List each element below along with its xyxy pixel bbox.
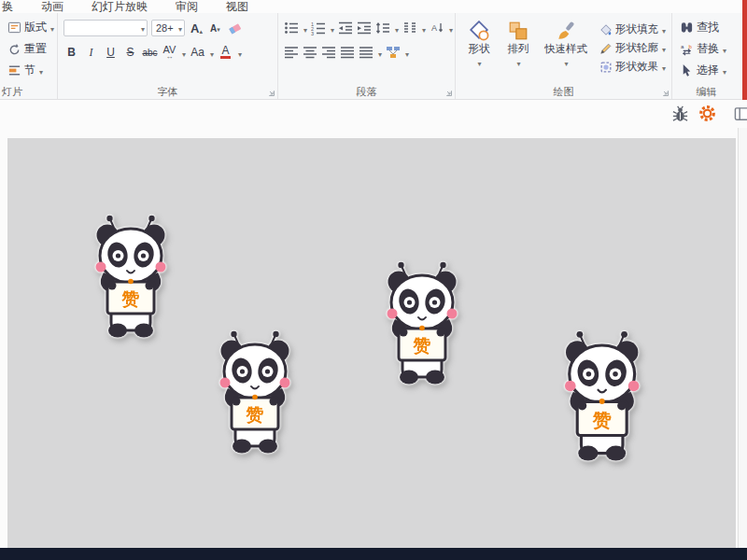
font-group: 28+ A A B I U S abc AV Aa A 字体 [58, 13, 278, 99]
font-color-swatch [220, 56, 231, 59]
chevron-down-icon [140, 22, 145, 34]
chevron-down-icon [209, 44, 214, 61]
font-color-glyph: A [222, 46, 230, 55]
debug-bug-icon[interactable] [671, 105, 689, 123]
select-button[interactable]: 选择 [678, 62, 737, 79]
chevron-down-icon [476, 57, 481, 68]
shape-fill-icon [599, 23, 613, 36]
replace-button[interactable]: 替换 [678, 40, 737, 58]
chevron-down-icon [448, 20, 453, 36]
find-button[interactable]: 查找 [678, 19, 737, 36]
panda-sticker[interactable]: 赞 [213, 329, 297, 457]
sign-text: 赞 [246, 405, 264, 425]
shapes-icon [469, 21, 489, 41]
panda-sticker[interactable]: 赞 [89, 213, 173, 342]
columns-button[interactable] [402, 21, 417, 35]
window-edge-accent [742, 0, 747, 100]
tab-animations[interactable]: 动画 [41, 0, 63, 13]
arrange-label: 排列 [508, 42, 529, 56]
ribbon: 版式 重置 节 灯片 28+ [0, 13, 747, 100]
quick-style-button[interactable]: 快速样式 [540, 19, 592, 74]
chevron-down-icon [49, 21, 54, 35]
arrange-icon [508, 21, 529, 41]
decrease-indent-button[interactable] [338, 21, 353, 35]
numbering-button[interactable] [311, 21, 326, 35]
select-label: 选择 [697, 63, 719, 78]
grow-font-button[interactable]: A [189, 21, 204, 35]
shape-fill-button[interactable]: 形状填充 [599, 22, 666, 36]
chevron-down-icon [38, 64, 43, 77]
chevron-down-icon [722, 64, 726, 77]
align-center-button[interactable] [303, 45, 317, 60]
panel-window-icon[interactable] [734, 105, 747, 123]
tab-view[interactable]: 视图 [226, 0, 248, 13]
shrink-font-glyph: A [210, 23, 217, 34]
chevron-down-icon [237, 44, 242, 61]
font-group-label: 字体 [58, 86, 277, 98]
strikethrough-button[interactable]: S [122, 46, 138, 59]
paragraph-group-label: 段落 [278, 86, 455, 98]
layout-button[interactable]: 版式 [6, 19, 53, 36]
shrink-font-button[interactable]: A [208, 23, 222, 34]
quick-style-icon [556, 21, 576, 41]
chevron-down-icon [515, 57, 520, 68]
chevron-down-icon [421, 20, 426, 36]
character-spacing-button[interactable]: AV [162, 45, 177, 60]
tab-review[interactable]: 审阅 [176, 0, 198, 13]
shape-effects-label: 形状效果 [615, 60, 658, 74]
panda-sticker[interactable]: 赞 [380, 259, 464, 388]
smartart-convert-button[interactable] [386, 45, 401, 60]
chevron-down-icon [404, 44, 409, 61]
reset-label: 重置 [24, 41, 47, 57]
panda-graphic: 赞 [213, 329, 297, 457]
layout-label: 版式 [24, 20, 47, 35]
vertical-scrollbar[interactable] [738, 128, 747, 548]
align-left-button[interactable] [284, 45, 299, 60]
shapes-button[interactable]: 形状 [461, 19, 497, 74]
italic-button[interactable]: I [83, 46, 99, 60]
section-button[interactable]: 节 [6, 62, 53, 79]
edit-group: 查找 替换 选择 编辑 [672, 13, 740, 99]
bullets-button[interactable] [284, 21, 299, 35]
justify-button[interactable] [340, 45, 355, 60]
underline-button[interactable]: U [103, 46, 119, 59]
drawing-dialog-launcher[interactable] [661, 89, 669, 97]
tab-slideshow[interactable]: 幻灯片放映 [92, 0, 148, 13]
arrange-button[interactable]: 排列 [500, 19, 536, 74]
chevron-down-icon [394, 20, 399, 36]
shape-effects-button[interactable]: 形状效果 [599, 60, 666, 74]
align-right-button[interactable] [321, 45, 336, 60]
chevron-down-icon [563, 57, 568, 68]
shape-outline-button[interactable]: 形状轮廓 [599, 41, 666, 55]
font-color-button[interactable]: A [218, 46, 233, 59]
font-dialog-launcher[interactable] [267, 89, 275, 97]
settings-gear-icon[interactable] [698, 104, 717, 123]
line-spacing-button[interactable] [375, 21, 390, 35]
font-size-select[interactable]: 28+ [151, 20, 185, 36]
panda-sticker[interactable]: 赞 [557, 329, 646, 465]
paragraph-dialog-launcher[interactable] [444, 89, 453, 97]
reset-button[interactable]: 重置 [6, 40, 53, 58]
text-direction-button[interactable] [430, 21, 444, 35]
shape-effects-icon [599, 61, 613, 74]
tab-transitions[interactable]: 换 [2, 0, 13, 13]
find-icon [680, 21, 694, 35]
slide-canvas[interactable]: 赞 [7, 138, 736, 548]
panda-graphic: 赞 [89, 213, 173, 342]
panda-graphic: 赞 [557, 329, 646, 465]
edit-group-label: 编辑 [672, 86, 740, 98]
shape-outline-icon [599, 42, 613, 55]
clear-format-button[interactable] [226, 21, 244, 35]
quick-style-label: 快速样式 [544, 42, 587, 56]
bold-button[interactable]: B [63, 46, 79, 59]
font-name-select[interactable] [63, 20, 148, 36]
find-label: 查找 [697, 20, 719, 35]
chevron-down-icon [303, 20, 307, 36]
change-case-button[interactable]: Aa [190, 46, 205, 59]
replace-label: 替换 [697, 41, 719, 57]
chevron-down-icon [177, 22, 182, 34]
chevron-down-icon [181, 44, 186, 61]
distribute-button[interactable] [359, 45, 374, 60]
clear-text-format-button[interactable]: abc [142, 48, 158, 58]
increase-indent-button[interactable] [357, 21, 372, 35]
